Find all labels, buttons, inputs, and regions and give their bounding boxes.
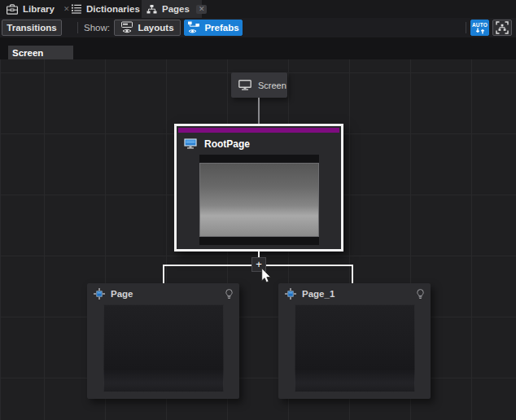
tree-icon xyxy=(146,5,157,14)
prefabs-toggle-button[interactable]: Prefabs xyxy=(184,20,243,36)
monitor-blue-icon xyxy=(184,138,197,149)
rootpage-preview-image xyxy=(199,163,319,237)
layouts-toggle-button[interactable]: Layouts xyxy=(114,20,181,36)
breadcrumb: Screen xyxy=(0,37,516,59)
screen-node[interactable]: Screen xyxy=(231,72,287,98)
page-node[interactable]: Page xyxy=(87,283,239,399)
list-icon xyxy=(72,4,81,14)
page-1-node-header: Page_1 xyxy=(278,283,431,304)
connector-screen-rootpage xyxy=(258,98,260,124)
fit-to-view-icon xyxy=(496,21,509,34)
auto-sync-button-label: AUTO xyxy=(472,22,488,28)
tab-pages-label: Pages xyxy=(162,4,190,14)
tab-dictionaries[interactable]: Dictionaries ✕ xyxy=(67,0,140,18)
toolbar-separator xyxy=(466,22,466,33)
auto-sync-button[interactable]: AUTO xyxy=(470,20,489,36)
page-1-preview xyxy=(295,304,415,392)
page-preview xyxy=(103,304,224,392)
layouts-button-label: Layouts xyxy=(138,23,173,33)
tab-library-label: Library xyxy=(23,4,55,14)
connector-drop-right xyxy=(352,265,353,283)
page-1-node[interactable]: Page_1 xyxy=(278,283,431,399)
fit-to-view-button[interactable] xyxy=(492,20,512,36)
tab-library[interactable]: Library ✕ xyxy=(2,0,65,18)
page-node-label: Page xyxy=(111,289,133,299)
pages-editor-window: Library ✕ Dictionaries ✕ Pages ✕ Transit… xyxy=(0,0,516,420)
toolbar-separator xyxy=(77,22,78,33)
auto-sync-arrows-icon xyxy=(475,28,485,34)
lightbulb-icon[interactable] xyxy=(417,289,424,300)
lightbulb-icon[interactable] xyxy=(225,289,233,300)
transitions-button[interactable]: Transitions xyxy=(2,20,62,36)
tab-dictionaries-label: Dictionaries xyxy=(86,4,140,14)
connector-drop-left xyxy=(163,265,164,283)
page-graph-canvas[interactable]: Screen RootPage + xyxy=(0,59,516,420)
prefab-eye-icon xyxy=(187,21,200,34)
show-label: Show: xyxy=(84,18,110,37)
rootpage-header: RootPage xyxy=(177,133,341,155)
mouse-cursor xyxy=(260,268,272,287)
rootpage-preview-letterbox-bottom xyxy=(199,237,319,245)
transitions-button-label: Transitions xyxy=(7,23,56,33)
close-icon[interactable]: ✕ xyxy=(196,5,208,14)
breadcrumb-screen-tab[interactable]: Screen xyxy=(8,46,73,59)
rootpage-preview-letterbox-top xyxy=(199,155,319,163)
rootpage-preview xyxy=(199,155,319,245)
toolbox-icon xyxy=(7,4,18,15)
rootpage-node[interactable]: RootPage xyxy=(174,124,343,252)
tab-pages[interactable]: Pages ✕ xyxy=(142,0,202,18)
pages-toolbar: Transitions Show: Layouts Prefabs AUTO xyxy=(0,18,516,37)
layout-eye-icon xyxy=(120,21,133,34)
rootpage-node-label: RootPage xyxy=(204,138,250,150)
page-node-header: Page xyxy=(87,283,239,304)
prefab-placeholder-icon xyxy=(94,288,105,300)
page-1-node-label: Page_1 xyxy=(302,289,335,299)
prefab-placeholder-icon xyxy=(285,288,296,300)
screen-node-label: Screen xyxy=(258,81,286,90)
monitor-icon xyxy=(238,80,251,90)
tab-bar: Library ✕ Dictionaries ✕ Pages ✕ xyxy=(0,0,516,18)
prefabs-button-label: Prefabs xyxy=(204,23,238,33)
